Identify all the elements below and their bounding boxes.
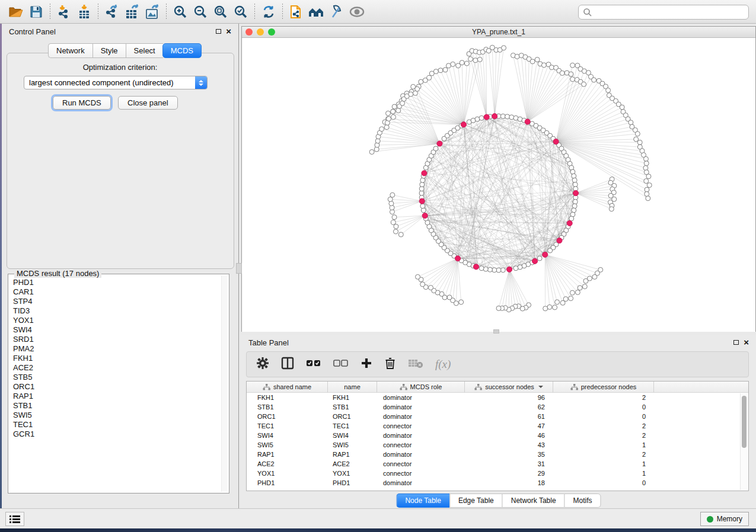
mcds-result-item[interactable]: YOX1: [13, 316, 217, 325]
hide-icon[interactable]: [347, 3, 367, 21]
zoom-out-icon[interactable]: [190, 3, 210, 21]
open-file-icon[interactable]: [6, 3, 26, 21]
network-view-window: YPA_prune.txt_1: [241, 26, 756, 332]
search-input[interactable]: [592, 8, 744, 17]
mcds-result-item[interactable]: ORC1: [13, 382, 217, 392]
close-panel-icon[interactable]: ×: [226, 28, 231, 35]
column-header-name[interactable]: name: [328, 382, 377, 392]
mcds-result-item[interactable]: CAR1: [13, 287, 217, 297]
mcds-result-item[interactable]: FKH1: [13, 354, 217, 363]
run-mcds-button[interactable]: Run MCDS: [53, 96, 111, 110]
mcds-result-item[interactable]: STB5: [13, 373, 217, 382]
import-network-icon[interactable]: [54, 3, 74, 21]
mcds-result-item[interactable]: GCR1: [13, 430, 217, 439]
export-image-icon[interactable]: [142, 3, 162, 21]
mcds-result-item[interactable]: SWI5: [13, 411, 217, 420]
table-row[interactable]: STB1STB1dominator620: [247, 402, 748, 412]
float-window-icon[interactable]: [733, 340, 739, 345]
table-row[interactable]: ACE2ACE2connector311: [247, 459, 748, 469]
table-scrollbar-thumb[interactable]: [742, 396, 747, 448]
tab-motifs[interactable]: Motifs: [564, 493, 601, 508]
mcds-result-item[interactable]: RAP1: [13, 392, 217, 401]
float-window-icon[interactable]: [216, 29, 221, 34]
status-bar: Memory: [0, 508, 756, 528]
mcds-result-item[interactable]: SRD1: [13, 335, 217, 344]
tab-mcds[interactable]: MCDS: [162, 43, 202, 58]
mcds-result-box: MCDS result (17 nodes) PHD1CAR1STP4TID3Y…: [8, 274, 229, 493]
shared-column-icon: [263, 384, 270, 390]
table-row[interactable]: PHD1PHD1dominator180: [247, 478, 748, 488]
delete-icon[interactable]: [384, 357, 396, 372]
mcds-result-item[interactable]: SWI4: [13, 325, 217, 335]
gear-icon[interactable]: [256, 357, 269, 372]
cell-mcds-role: dominator: [377, 394, 465, 401]
search-box: [578, 5, 749, 20]
column-header-mcds-role[interactable]: MCDS role: [377, 382, 465, 392]
table-row[interactable]: YOX1YOX1connector291: [247, 469, 748, 478]
memory-button[interactable]: Memory: [700, 512, 749, 526]
tab-edge-table[interactable]: Edge Table: [449, 493, 502, 508]
sort-arrow-icon[interactable]: [538, 386, 543, 388]
column-label: name: [344, 383, 361, 390]
cell-name: SWI5: [328, 441, 377, 448]
table-scrollbar[interactable]: [740, 393, 748, 490]
tab-select[interactable]: Select: [126, 43, 163, 58]
neighbors-icon[interactable]: [307, 3, 327, 21]
column-header-predecessor-nodes[interactable]: predecessor nodes: [553, 382, 654, 392]
mcds-result-item[interactable]: PHD1: [13, 278, 217, 287]
shared-column-icon: [400, 384, 407, 390]
cell-successor-nodes: 29: [465, 470, 553, 477]
tab-node-table[interactable]: Node Table: [396, 493, 449, 508]
network-canvas[interactable]: [242, 38, 755, 332]
select-all-icon[interactable]: [306, 359, 321, 370]
task-history-button[interactable]: [5, 512, 24, 526]
cell-predecessor-nodes: 1: [553, 460, 654, 467]
zoom-in-icon[interactable]: [170, 3, 190, 21]
import-table-icon[interactable]: [74, 3, 94, 21]
mcds-result-item[interactable]: TID3: [13, 306, 217, 316]
cell-predecessor-nodes: 0: [553, 403, 654, 411]
zoom-fit-icon[interactable]: [210, 3, 231, 21]
tab-network-table[interactable]: Network Table: [502, 493, 564, 508]
tab-network[interactable]: Network: [48, 43, 92, 58]
cell-predecessor-nodes: 0: [553, 413, 654, 420]
column-header-successor-nodes[interactable]: successor nodes: [465, 382, 553, 392]
zoom-selected-icon[interactable]: [231, 3, 251, 21]
table-row[interactable]: TEC1TEC1connector472: [247, 421, 748, 431]
export-table-icon[interactable]: [122, 3, 142, 21]
mcds-result-item[interactable]: TEC1: [13, 420, 217, 430]
table-row[interactable]: RAP1RAP1dominator352: [247, 450, 748, 459]
refresh-icon[interactable]: [259, 3, 279, 21]
add-icon[interactable]: [361, 357, 372, 371]
table-row[interactable]: ORC1ORC1dominator610: [247, 412, 748, 421]
table-row[interactable]: SWI5SWI5connector431: [247, 440, 748, 450]
cell-successor-nodes: 47: [465, 422, 553, 430]
mcds-result-list[interactable]: PHD1CAR1STP4TID3YOX1SWI4SRD1PMA2FKH1ACE2…: [9, 275, 221, 492]
cell-predecessor-nodes: 0: [553, 479, 654, 486]
network-document-icon[interactable]: [286, 3, 307, 21]
column-header-shared-name[interactable]: shared name: [247, 382, 328, 392]
column-icon[interactable]: [281, 357, 294, 372]
mcds-list-scrollbar[interactable]: [221, 275, 228, 492]
table-row[interactable]: FKH1FKH1dominator962: [247, 393, 748, 402]
save-icon[interactable]: [26, 3, 46, 21]
cell-shared-name: STB1: [247, 403, 328, 411]
table-divider-grip[interactable]: [493, 329, 499, 334]
mcds-result-item[interactable]: PMA2: [13, 344, 217, 354]
deselect-all-icon[interactable]: [333, 359, 349, 370]
close-panel-button[interactable]: Close panel: [118, 96, 178, 110]
network-window-titlebar[interactable]: YPA_prune.txt_1: [242, 27, 755, 38]
export-network-icon[interactable]: [102, 3, 122, 21]
tab-style[interactable]: Style: [92, 43, 126, 58]
mcds-result-item[interactable]: ACE2: [13, 363, 217, 373]
close-panel-icon[interactable]: ×: [744, 339, 749, 346]
mcds-result-item[interactable]: STB1: [13, 401, 217, 411]
mcds-result-item[interactable]: STP4: [13, 297, 217, 306]
optimization-criterion-select[interactable]: largest connected component (undirected): [24, 76, 208, 89]
table-row[interactable]: SWI4SWI4dominator462: [247, 431, 748, 440]
column-label: predecessor nodes: [581, 383, 637, 390]
annotation-icon[interactable]: [327, 3, 347, 21]
shared-column-icon: [570, 384, 578, 390]
panel-divider-grip[interactable]: [236, 263, 242, 274]
search-icon: [583, 8, 592, 17]
